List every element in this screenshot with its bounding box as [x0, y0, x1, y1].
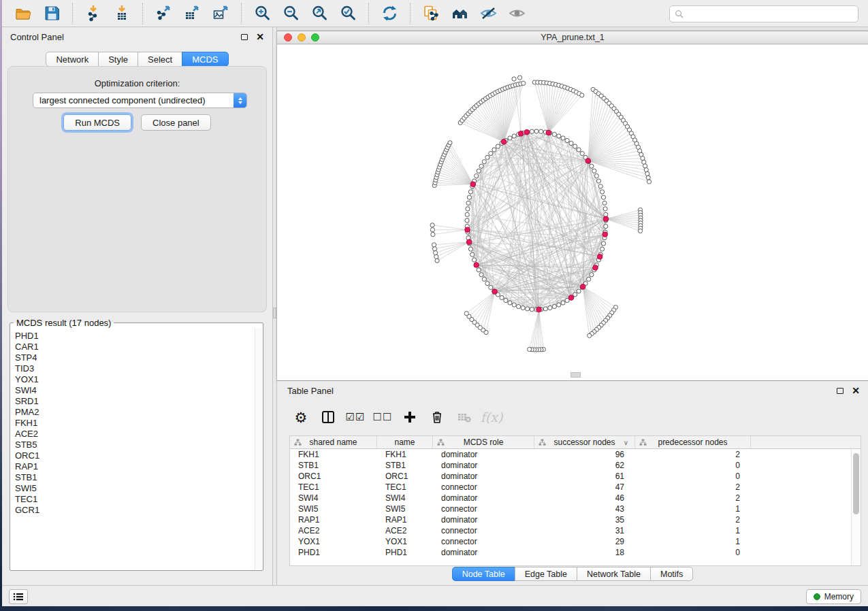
task-history-button[interactable] [9, 589, 28, 604]
tab-select[interactable]: Select [138, 52, 182, 67]
show-all-icon[interactable] [507, 3, 527, 24]
application-window: Control Panel ✕ NetworkStyleSelectMCDS O… [0, 0, 868, 611]
settings-icon[interactable]: ⚙ [291, 407, 311, 427]
mcds-result-item[interactable]: YOX1 [15, 374, 255, 385]
status-bar: Memory [2, 585, 868, 606]
mcds-result-scrollbar[interactable] [255, 329, 262, 569]
import-table-icon[interactable] [112, 3, 132, 24]
mcds-result-item[interactable]: TID3 [15, 363, 255, 374]
optimization-criterion-dropdown[interactable]: largest connected component (undirected) [33, 93, 247, 108]
table-row[interactable]: PHD1PHD1dominator180 [290, 547, 851, 558]
table-row[interactable]: SWI5SWI5connector431 [290, 503, 851, 514]
table-row[interactable]: TEC1TEC1connector472 [290, 482, 851, 493]
zoom-selected-icon[interactable] [338, 3, 358, 24]
first-neighbors-icon[interactable] [449, 3, 470, 24]
table-panel: Table Panel ✕ ⚙☑☑☐☐f(x) shared namenameM… [277, 381, 868, 585]
network-view-canvas[interactable] [277, 45, 868, 380]
mcds-result-item[interactable]: SWI4 [15, 385, 255, 396]
save-icon[interactable] [42, 3, 62, 24]
column-header-successor-nodes[interactable]: successor nodes∨ [534, 436, 635, 448]
table-cell: 61 [534, 472, 635, 481]
float-table-panel-icon[interactable] [837, 388, 843, 394]
node-table: shared namenameMCDS rolesuccessor nodes∨… [289, 435, 861, 566]
mcds-result-item[interactable]: STB1 [15, 472, 255, 483]
mcds-result-item[interactable]: CAR1 [15, 342, 255, 352]
refresh-icon[interactable] [379, 3, 400, 24]
delete-column-icon[interactable] [427, 407, 447, 427]
mcds-result-item[interactable]: ORC1 [15, 450, 255, 461]
vertical-splitter[interactable] [272, 27, 277, 585]
function-builder-icon[interactable]: f(x) [481, 407, 502, 427]
mcds-result-item[interactable]: STP4 [15, 352, 255, 363]
deselect-all-icon[interactable]: ☐☐ [372, 407, 393, 427]
tab-mcds[interactable]: MCDS [182, 52, 228, 67]
mcds-result-item[interactable]: ACE2 [15, 429, 255, 440]
horizontal-splitter-handle[interactable] [570, 372, 581, 378]
tab-edge-table[interactable]: Edge Table [515, 567, 577, 581]
close-table-panel-icon[interactable]: ✕ [852, 386, 860, 395]
mcds-result-list[interactable]: PHD1CAR1STP4TID3YOX1SWI4SRD1PMA2FKH1ACE2… [11, 329, 255, 569]
table-row[interactable]: YOX1YOX1connector291 [290, 536, 851, 547]
tab-network[interactable]: Network [46, 52, 99, 67]
zoom-out-icon[interactable] [280, 3, 301, 24]
tab-motifs[interactable]: Motifs [650, 567, 693, 581]
table-row[interactable]: FKH1FKH1dominator962 [290, 449, 851, 460]
mcds-result-item[interactable]: PMA2 [15, 407, 255, 418]
table-cell: 47 [534, 482, 635, 492]
zoom-fit-icon[interactable] [309, 3, 329, 24]
mcds-result-item[interactable]: RAP1 [15, 461, 255, 472]
close-panel-button[interactable]: Close panel [141, 114, 211, 131]
tab-style[interactable]: Style [98, 52, 138, 67]
float-panel-icon[interactable] [241, 34, 248, 40]
main-toolbar-icons [9, 3, 531, 24]
column-header-name[interactable]: name [377, 436, 433, 448]
table-cell: 96 [534, 450, 635, 459]
mcds-result-item[interactable]: STB5 [15, 440, 255, 450]
table-scrollbar-thumb[interactable] [853, 453, 859, 514]
table-cell: 62 [534, 461, 635, 470]
vertical-splitter-handle[interactable] [273, 308, 276, 318]
show-column-icon[interactable] [318, 407, 338, 427]
dropdown-value: largest connected component (undirected) [33, 95, 234, 105]
hide-selected-icon[interactable] [478, 3, 498, 24]
table-row[interactable]: SWI4SWI4dominator462 [290, 493, 851, 503]
table-row[interactable]: RAP1RAP1dominator352 [290, 514, 851, 525]
export-table-icon[interactable] [182, 3, 202, 24]
mcds-result-item[interactable]: PHD1 [15, 331, 255, 342]
mcds-result-item[interactable]: SRD1 [15, 396, 255, 407]
table-row[interactable]: ORC1ORC1dominator610 [290, 471, 851, 482]
control-panel: Control Panel ✕ NetworkStyleSelectMCDS O… [2, 27, 272, 585]
table-cell: 35 [534, 515, 635, 525]
run-mcds-button[interactable]: Run MCDS [63, 114, 131, 131]
export-image-icon[interactable] [210, 3, 231, 24]
table-cell: 29 [534, 537, 635, 546]
tab-network-table[interactable]: Network Table [577, 567, 651, 581]
open-icon[interactable] [13, 3, 33, 24]
column-header-MCDS-role[interactable]: MCDS role [433, 436, 534, 448]
mcds-result-title: MCDS result (17 nodes) [14, 318, 114, 328]
hierarchy-icon [639, 439, 647, 446]
export-network-icon[interactable] [153, 3, 174, 24]
mcds-result-item[interactable]: FKH1 [15, 418, 255, 429]
select-all-icon[interactable]: ☑☑ [345, 407, 366, 427]
table-row[interactable]: ACE2ACE2connector311 [290, 525, 851, 536]
table-scrollbar[interactable] [851, 449, 861, 565]
import-network-icon[interactable] [83, 3, 103, 24]
duplicate-network-icon[interactable] [421, 3, 441, 24]
mcds-result-item[interactable]: SWI5 [15, 483, 255, 494]
close-panel-icon[interactable]: ✕ [256, 32, 264, 42]
mcds-result-item[interactable]: GCR1 [15, 505, 255, 516]
network-graph[interactable] [277, 45, 868, 380]
zoom-in-icon[interactable] [252, 3, 272, 24]
mcds-result-item[interactable]: TEC1 [15, 494, 255, 505]
search-input[interactable] [684, 6, 858, 22]
table-row[interactable]: STB1STB1dominator620 [290, 460, 851, 471]
delete-table-icon[interactable] [454, 407, 475, 427]
column-header-predecessor-nodes[interactable]: predecessor nodes [635, 436, 751, 448]
column-header-shared-name[interactable]: shared name [290, 436, 377, 448]
memory-button[interactable]: Memory [806, 589, 861, 604]
search-box[interactable] [669, 5, 858, 22]
table-cell: 2 [635, 450, 751, 459]
add-column-icon[interactable] [400, 407, 420, 427]
tab-node-table[interactable]: Node Table [452, 567, 515, 581]
